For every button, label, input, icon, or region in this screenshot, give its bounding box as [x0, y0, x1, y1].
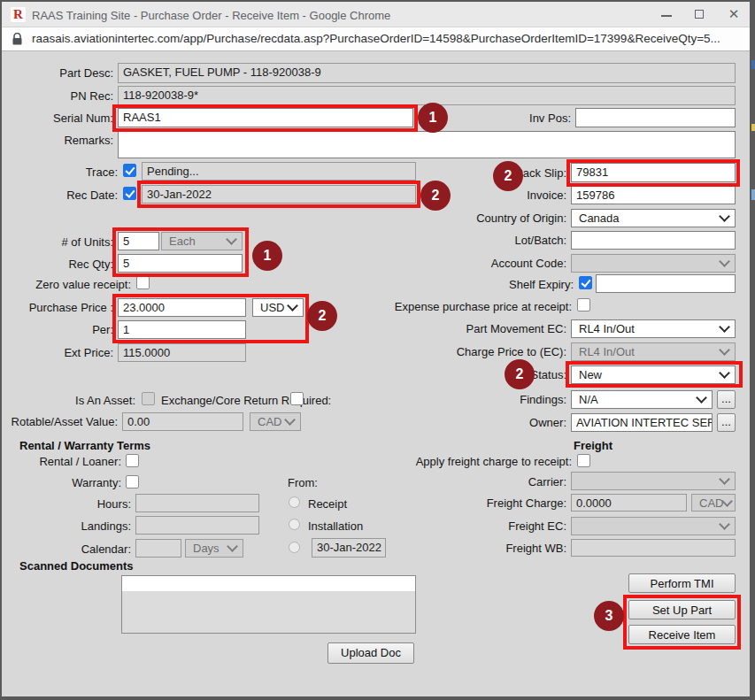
country-select[interactable]: Canada [571, 209, 736, 227]
setup-part-button[interactable]: Set Up Part [628, 600, 736, 619]
maximize-button[interactable] [685, 2, 715, 27]
part-desc-label: Part Desc: [0, 66, 113, 80]
invoice-input[interactable]: 159786 [571, 186, 736, 204]
url-bar[interactable]: raasais.aviationintertec.com/app/Purchas… [2, 27, 750, 51]
lock-icon [12, 33, 22, 45]
owner-label: Owner: [478, 416, 566, 429]
rotable-value-field: 0.00 [122, 412, 243, 431]
minimize-button[interactable] [651, 2, 682, 27]
ext-price-label: Ext Price: [0, 346, 113, 359]
rental-loaner-checkbox[interactable] [126, 454, 139, 467]
expense-at-receipt-checkbox[interactable] [577, 298, 590, 312]
chevron-down-icon [696, 392, 707, 404]
owner-more-button[interactable]: ... [717, 413, 736, 432]
is-an-asset-checkbox [142, 392, 155, 405]
scanned-docs-section-title: Scanned Documents [19, 559, 134, 573]
inv-pos-input[interactable] [575, 108, 736, 127]
perform-tmi-button[interactable]: Perform TMI [628, 573, 736, 593]
freight-charge-label: Freight Charge: [443, 496, 566, 510]
landings-label: Landings: [25, 519, 131, 533]
part-desc-field: GASKET, FUEL PUMP - 118-920038-9 [118, 63, 736, 83]
findings-value: N/A [579, 393, 598, 406]
units-uom-select: Each [161, 232, 243, 250]
scanned-docs-listbox[interactable] [121, 575, 416, 634]
freight-wb-label: Freight WB: [478, 542, 566, 555]
carrier-label: Carrier: [478, 475, 566, 488]
raas-logo-icon: R [11, 7, 26, 22]
units-uom-value: Each [169, 235, 196, 248]
callout-2-status: 2 [505, 359, 535, 389]
close-button[interactable]: ✕ [719, 2, 749, 27]
purchase-currency-select[interactable]: USD [252, 298, 304, 317]
findings-select[interactable]: N/A [571, 390, 713, 409]
per-input[interactable]: 1 [118, 320, 246, 339]
background-fragment [751, 60, 755, 69]
apply-freight-checkbox[interactable] [577, 454, 590, 467]
chevron-down-icon [226, 234, 237, 245]
freight-wb-field [571, 539, 736, 557]
rental-warranty-section-title: Rental / Warranty Terms [19, 439, 150, 452]
freight-section-title: Freight [574, 439, 612, 452]
receipt-radio [289, 496, 300, 508]
scanned-docs-empty-row[interactable] [122, 576, 415, 591]
landings-field [135, 516, 259, 535]
calendar-label: Calendar: [25, 542, 131, 556]
exchange-core-label: Exchange/Core Return Required: [161, 394, 331, 407]
receive-item-button[interactable]: Receive Item [628, 625, 736, 644]
account-code-select [571, 254, 736, 273]
part-movement-ec-select[interactable]: RL4 In/Out [571, 319, 736, 338]
freight-ec-label: Freight EC: [478, 519, 566, 533]
rec-date-checkbox[interactable] [123, 187, 136, 200]
zero-value-checkbox[interactable] [136, 276, 150, 289]
screen: R RAAS Training Site - Purchase Order - … [0, 0, 755, 700]
findings-more-button[interactable]: ... [717, 390, 736, 409]
shelf-expiry-input[interactable] [596, 274, 736, 293]
is-an-asset-label: Is An Asset: [27, 394, 135, 407]
date-radio [289, 542, 300, 553]
chevron-down-icon [719, 344, 730, 356]
units-qty-input[interactable]: 5 [118, 232, 159, 250]
rotable-value-label: Rotable/Asset Value: [0, 415, 118, 428]
rec-qty-label: Rec Qty: [0, 258, 113, 271]
status-value: New [579, 368, 602, 381]
chevron-down-icon [719, 321, 730, 333]
url-text[interactable]: raasais.aviationintertec.com/app/Purchas… [32, 32, 720, 45]
callout-2-price: 2 [307, 301, 337, 331]
zero-value-label: Zero value receipt: [3, 278, 131, 291]
installation-radio-label: Installation [308, 519, 363, 533]
chevron-down-icon [719, 519, 730, 530]
purchase-price-input[interactable]: 23.0000 [118, 298, 246, 317]
chevron-down-icon [722, 496, 734, 507]
background-fragment [751, 189, 755, 200]
chevron-down-icon [287, 300, 298, 312]
callout-2-packslip: 2 [493, 161, 523, 191]
remarks-textarea[interactable] [118, 131, 736, 158]
exchange-core-checkbox[interactable] [290, 392, 304, 405]
serial-num-input[interactable]: RAAS1 [118, 108, 413, 127]
lot-batch-input[interactable] [571, 231, 736, 250]
status-select[interactable]: New [571, 365, 736, 384]
shelf-expiry-label: Shelf Expiry: [467, 278, 574, 291]
title-bar[interactable]: R RAAS Training Site - Purchase Order - … [2, 2, 750, 27]
shelf-expiry-checkbox[interactable] [579, 276, 592, 289]
account-code-label: Account Code: [443, 257, 566, 270]
charge-price-ec-select: RL4 In/Out [571, 342, 736, 361]
chevron-down-icon [227, 541, 238, 552]
callout-2-recdate: 2 [420, 181, 451, 211]
freight-currency-value: CAD [699, 496, 723, 510]
units-label: # of Units: [0, 235, 113, 249]
callout-1-units: 1 [252, 241, 282, 271]
rec-qty-input[interactable]: 5 [118, 254, 243, 273]
warranty-checkbox[interactable] [126, 475, 139, 488]
from-date-field: 30-Jan-2022 [312, 538, 386, 558]
upload-doc-button[interactable]: Upload Doc [327, 642, 414, 664]
per-label: Per: [0, 323, 113, 336]
chevron-down-icon [719, 367, 730, 379]
rotable-currency-value: CAD [258, 415, 281, 428]
carrier-select [571, 472, 736, 490]
callout-1-serial: 1 [418, 103, 448, 133]
owner-input[interactable]: AVIATION INTERTEC SERVI [571, 413, 713, 432]
pack-slip-input[interactable]: 79831 [571, 163, 736, 182]
trace-checkbox[interactable] [123, 164, 136, 177]
calendar-uom-value: Days [193, 542, 220, 555]
